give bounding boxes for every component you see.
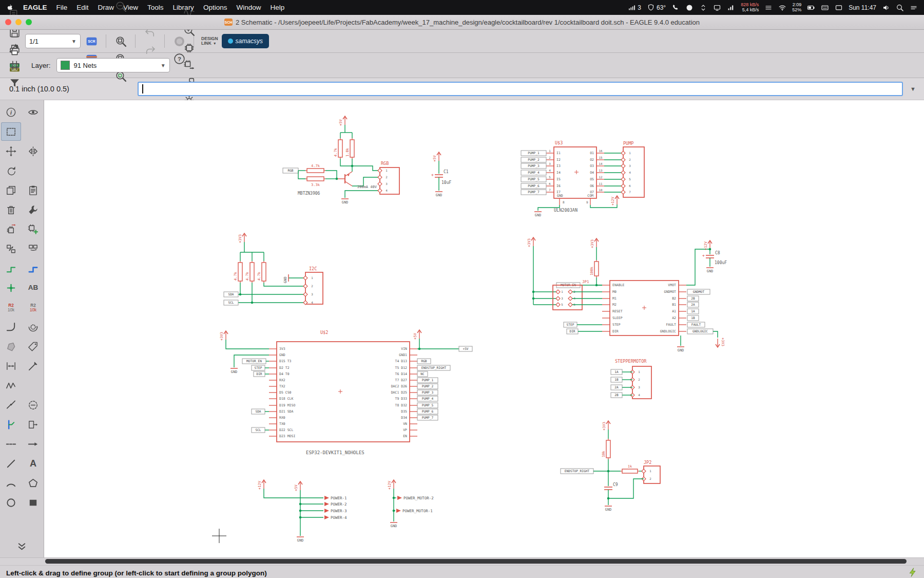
menu-app-name[interactable]: EAGLE — [23, 4, 47, 11]
wire-style-button[interactable] — [5, 39, 24, 57]
svg-text:PUMP_1: PUMP_1 — [422, 378, 434, 382]
name-tool[interactable]: R210k — [1, 298, 21, 316]
svg-text:100k: 100k — [590, 266, 594, 275]
gateswap-tool[interactable] — [23, 239, 43, 258]
palette-expand-button[interactable] — [12, 537, 32, 555]
svg-text:10: 10 — [599, 189, 603, 192]
menu-item-help[interactable]: Help — [270, 4, 284, 11]
ripup-tool[interactable] — [23, 396, 43, 414]
line-tool[interactable] — [23, 357, 43, 375]
schematic-canvas[interactable]: +5V4.7k1.8kRGB4.7k3.3kGNDMBTZN3906200mA … — [44, 100, 924, 557]
main-toolbar: SCHBRD 1/1▼ SCRULP ? DESIGN LINK▼ samacs… — [0, 30, 924, 53]
signal-tool[interactable] — [1, 376, 21, 395]
module-instance-button[interactable] — [180, 57, 199, 74]
menu-item-edit[interactable]: Edit — [76, 4, 88, 11]
arrow-tool[interactable] — [23, 435, 43, 453]
svg-text:RGB: RGB — [421, 359, 427, 363]
label-tool[interactable]: AB — [23, 278, 43, 297]
svg-text:D15 T3: D15 T3 — [279, 359, 292, 363]
menu-item-tools[interactable]: Tools — [147, 4, 164, 11]
paste-tool[interactable] — [23, 181, 43, 199]
info-tool[interactable]: i — [1, 103, 21, 121]
draw-line-tool[interactable] — [1, 454, 21, 473]
replace-tool[interactable] — [1, 220, 21, 238]
delete-tool[interactable] — [1, 200, 21, 219]
mirror-tool[interactable] — [23, 142, 43, 160]
keyboard-icon[interactable] — [821, 4, 829, 12]
svg-text:U$2: U$2 — [320, 330, 328, 335]
zoom-fit-button[interactable] — [111, 32, 130, 50]
horizontal-scrollbar[interactable] — [45, 559, 907, 564]
move-tool[interactable] — [1, 142, 21, 160]
rotate-tool[interactable] — [1, 161, 21, 180]
grid-button[interactable] — [5, 57, 24, 74]
battery-time[interactable]: 2:0952% — [792, 3, 801, 12]
menu-item-options[interactable]: Options — [203, 4, 227, 11]
samacsys-button[interactable]: samacsys — [222, 34, 269, 48]
svg-text:T5 D12: T5 D12 — [395, 366, 408, 370]
minimize-button[interactable] — [15, 19, 22, 25]
zoom-out-button[interactable] — [111, 0, 130, 15]
add-part-tool[interactable] — [23, 220, 43, 238]
module-button[interactable] — [180, 39, 199, 57]
value-tool[interactable]: R210k — [23, 298, 43, 316]
horizontal-scrollbar-track[interactable] — [0, 557, 924, 565]
volume-icon[interactable] — [882, 4, 890, 12]
command-history-dropdown[interactable]: ▼ — [908, 86, 918, 92]
svg-text:VIN: VIN — [401, 347, 407, 351]
network-speed[interactable]: 828 kB/s5,4 kB/s — [741, 3, 759, 12]
battery-icon[interactable] — [807, 4, 815, 12]
command-input[interactable] — [138, 82, 903, 96]
split-tool[interactable] — [1, 396, 21, 414]
stats-bars-icon[interactable] — [727, 4, 735, 12]
globe-icon[interactable] — [685, 4, 694, 12]
menu-item-file[interactable]: File — [56, 4, 68, 11]
copy-tool[interactable] — [1, 181, 21, 199]
layer-color-swatch — [61, 61, 70, 70]
close-button[interactable] — [5, 19, 11, 25]
bus-tap-tool[interactable] — [1, 415, 21, 434]
polygon-shape-tool[interactable] — [23, 474, 43, 492]
bus-tool[interactable] — [23, 259, 43, 277]
net-tool[interactable] — [1, 259, 21, 277]
screen-icon[interactable] — [835, 4, 843, 12]
svg-text:+5V: +5V — [413, 333, 417, 340]
redo-button[interactable] — [141, 41, 159, 59]
show-tool[interactable] — [23, 103, 43, 121]
circle-tool[interactable] — [1, 493, 21, 512]
design-link-button[interactable]: DESIGN LINK▼ — [199, 36, 220, 46]
updown-arrows-icon[interactable] — [699, 4, 707, 12]
polygonize-tool[interactable] — [23, 318, 43, 336]
polygon-tool[interactable] — [1, 337, 21, 356]
drc-lightning-icon — [908, 567, 918, 578]
notification-list-icon[interactable] — [910, 4, 918, 12]
weather-shield-icon[interactable]: 63° — [647, 4, 666, 12]
display-mirror-icon[interactable] — [713, 4, 721, 12]
group-tool[interactable] — [1, 122, 21, 141]
zoom-window-button[interactable] — [26, 19, 32, 25]
text-tool[interactable]: A — [23, 454, 43, 473]
svg-text:1: 1 — [649, 470, 651, 473]
scr-button[interactable]: SCR — [82, 32, 101, 50]
junction-tool[interactable] — [1, 278, 21, 297]
svg-text:4.7k: 4.7k — [257, 271, 261, 281]
wifi-icon[interactable] — [778, 4, 786, 12]
layer-selector[interactable]: 91 Nets ▼ — [56, 58, 170, 72]
pinswap-tool[interactable] — [1, 239, 21, 258]
cpu-bars-icon[interactable] — [764, 4, 773, 12]
change-tool[interactable] — [23, 200, 43, 219]
spotlight-search-icon[interactable] — [896, 4, 904, 12]
cellular-icon[interactable]: 3 — [628, 4, 641, 12]
svg-text:DIR: DIR — [612, 329, 619, 333]
miter-tool[interactable] — [1, 318, 21, 336]
phone-icon[interactable] — [671, 4, 680, 12]
arc-tool[interactable] — [1, 474, 21, 492]
rect-tool[interactable] — [23, 493, 43, 512]
invoke-tool[interactable] — [23, 415, 43, 434]
sheet-selector[interactable]: 1/1▼ — [25, 34, 81, 48]
menu-item-window[interactable]: Window — [236, 4, 261, 11]
pattern-tool[interactable] — [1, 435, 21, 453]
menu-clock[interactable]: Sun 11:47 — [849, 4, 876, 11]
dimension-tool[interactable] — [1, 357, 21, 375]
attribute-tool[interactable] — [23, 337, 43, 356]
